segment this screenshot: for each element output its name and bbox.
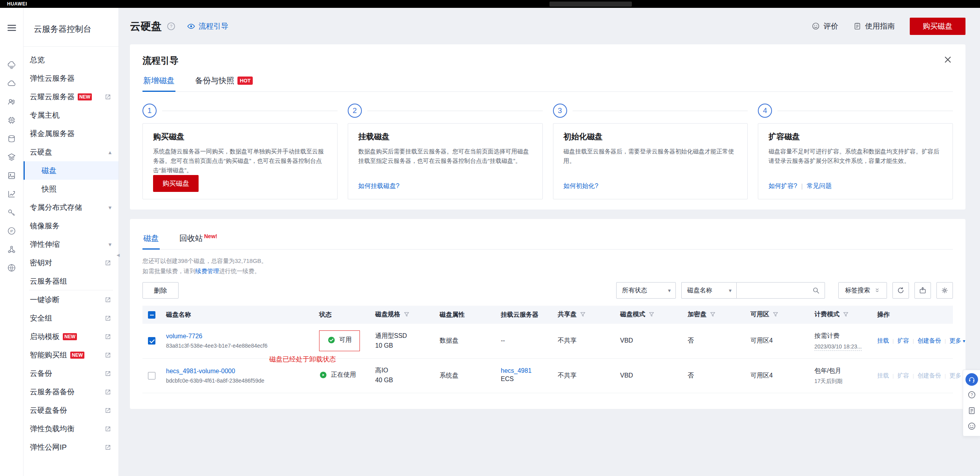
sidebar-item-keypair[interactable]: 密钥对 — [24, 254, 119, 272]
step-help-link[interactable]: 如何初始化? — [564, 182, 599, 190]
filter-icon-wrap[interactable] — [648, 311, 655, 319]
sidebar-item-security-group[interactable]: 安全组 — [24, 309, 119, 327]
guide-tab-backup-snapshot[interactable]: 备份与快照HOT — [194, 69, 254, 91]
sidebar-item-smart-purchase[interactable]: 智能购买组NEW — [24, 346, 119, 364]
float-assistant-button[interactable] — [965, 373, 978, 386]
select-all-checkbox[interactable] — [148, 311, 155, 319]
search-icon[interactable] — [812, 286, 820, 294]
refresh-button[interactable] — [892, 282, 909, 299]
external-link-icon-wrap — [104, 259, 111, 266]
billing-detail: 17天后到期 — [814, 378, 868, 385]
sidebar-item-bms[interactable]: 裸金属服务器 — [24, 124, 119, 143]
close-icon[interactable] — [943, 55, 953, 65]
sidebar-item-eip[interactable]: 弹性公网IP — [24, 438, 119, 456]
search-type-select[interactable]: 磁盘名称▾ — [681, 282, 736, 299]
step-help-link[interactable]: 如何扩容? — [768, 182, 797, 190]
filter-icon-wrap[interactable] — [580, 311, 586, 319]
search-input[interactable] — [741, 287, 812, 294]
filter-icon-wrap[interactable] — [843, 311, 849, 319]
rail-item-hecs[interactable] — [0, 74, 24, 93]
rail-item-dss[interactable] — [0, 148, 24, 166]
export-button[interactable] — [914, 282, 931, 299]
row-checkbox[interactable] — [148, 337, 155, 345]
step-help-link[interactable]: 如何挂载磁盘? — [358, 182, 400, 190]
column-header-billing: 计费模式 — [810, 306, 872, 324]
disk-name-link[interactable]: hecs_4981-volume-0000 — [166, 368, 235, 375]
sidebar-item-cbr[interactable]: 云备份 — [24, 364, 119, 383]
filter-icon-wrap[interactable] — [403, 311, 410, 319]
rail-item-ecs[interactable] — [0, 56, 24, 74]
sidebar-item-evs-snapshot[interactable]: 快照 — [24, 180, 119, 198]
sidebar-item-dss[interactable]: 专属分布式存储▾ — [24, 198, 119, 217]
question-icon: ? — [166, 22, 176, 31]
sidebar-item-hecs[interactable]: 云耀云服务器NEW — [24, 88, 119, 106]
server-type: ECS — [501, 374, 548, 384]
sidebar-item-ecs[interactable]: 弹性云服务器 — [24, 69, 119, 88]
sidebar-item-csbs[interactable]: 云服务器备份 — [24, 383, 119, 401]
disk-shared: 不共享 — [558, 336, 611, 346]
disk-name-link[interactable]: volume-7726 — [166, 333, 203, 340]
float-help-button[interactable]: ? — [965, 388, 978, 401]
op-expand[interactable]: 扩容 — [897, 337, 909, 345]
check-circle-icon — [327, 336, 336, 344]
rail-item-bare-metal[interactable] — [0, 111, 24, 129]
op-attach[interactable]: 挂载 — [877, 337, 889, 345]
user-guide-link[interactable]: 使用指南 — [853, 21, 895, 31]
status-filter-select[interactable]: 所有状态▾ — [616, 282, 676, 299]
filter-icon-wrap[interactable] — [772, 311, 779, 319]
buy-disk-button[interactable]: 购买磁盘 — [910, 18, 965, 35]
step-help-link[interactable]: 常见问题 — [807, 182, 832, 190]
help-icon[interactable]: ? — [166, 22, 176, 31]
delete-button[interactable]: 删除 — [142, 282, 179, 299]
global-search-input[interactable] — [549, 2, 632, 7]
disks-tab-recycle-bin[interactable]: 回收站New! — [179, 227, 218, 249]
sidebar-item-ims[interactable]: 镜像服务 — [24, 217, 119, 235]
sidebar-item-dedicated-host[interactable]: 专属主机 — [24, 106, 119, 124]
process-guide-link[interactable]: 流程引导 — [187, 21, 228, 31]
search-box — [736, 282, 825, 299]
disks-tab-disks[interactable]: 磁盘 — [142, 227, 160, 249]
tag-search-button[interactable]: 标签搜索 — [838, 282, 887, 299]
sidebar-item-overview[interactable]: 总览 — [24, 51, 119, 69]
step-title: 挂载磁盘 — [358, 131, 390, 142]
feedback-link[interactable]: 评价 — [812, 21, 838, 31]
sidebar-item-elb[interactable]: 弹性负载均衡 — [24, 419, 119, 438]
rail-item-evs[interactable] — [0, 129, 24, 148]
rail-item-dedicated-host[interactable] — [0, 93, 24, 111]
float-feedback-button[interactable] — [965, 419, 978, 433]
filter-icon-wrap[interactable] — [710, 311, 716, 319]
sidebar-item-launch-template[interactable]: 启动模板NEW — [24, 327, 119, 346]
renewal-management-link[interactable]: 续费管理 — [195, 268, 219, 274]
guide-tab-new-disk[interactable]: 新增磁盘 — [142, 69, 175, 91]
step-links: 如何挂载磁盘? — [358, 182, 400, 190]
op-create-backup[interactable]: 创建备份 — [918, 337, 941, 345]
rail-item-server-group[interactable] — [0, 240, 24, 259]
sidebar-item-diagnosis[interactable]: 一键诊断 — [24, 290, 119, 309]
step-buy-disk-button[interactable]: 购买磁盘 — [153, 175, 199, 192]
step-card: 购买磁盘系统盘随云服务器一同购买，数据盘可单独购买并手动挂载至云服务器。您可在当… — [142, 123, 338, 199]
rail-item-eip[interactable]: IP — [0, 222, 24, 240]
sidebar-item-server-group[interactable]: 云服务器组 — [24, 272, 119, 290]
hot-badge: HOT — [237, 77, 253, 85]
attached-server-link[interactable]: hecs_4981 — [501, 367, 531, 374]
disk-shared: 不共享 — [558, 371, 611, 381]
sidebar-collapse-icon[interactable]: ◂ — [117, 251, 120, 259]
rail-item-network[interactable] — [0, 259, 24, 277]
sidebar-item-evs-disk[interactable]: 磁盘 — [24, 161, 119, 180]
step-links: 如何初始化? — [564, 182, 599, 190]
sidebar-item-vbs[interactable]: 云硬盘备份 — [24, 401, 119, 419]
sidebar-item-evs[interactable]: 云硬盘▴ — [24, 143, 119, 161]
rail-item-as[interactable] — [0, 185, 24, 203]
rail-item-ims[interactable] — [0, 166, 24, 185]
sidebar-item-as[interactable]: 弹性伸缩▾ — [24, 235, 119, 254]
rail-item-keypair[interactable] — [0, 203, 24, 222]
console-title: 云服务器控制台 — [24, 8, 119, 47]
settings-button[interactable] — [936, 282, 953, 299]
menu-icon[interactable] — [7, 23, 17, 33]
step-card: 挂载磁盘数据盘购买后需要挂载至云服务器。您可在当前页面选择可用磁盘挂载至指定云服… — [348, 123, 543, 199]
float-survey-button[interactable] — [965, 404, 978, 417]
smiley-icon — [812, 22, 820, 30]
op-more[interactable]: 更多▾ — [949, 337, 965, 345]
row-checkbox[interactable] — [148, 372, 155, 379]
external-link-icon-wrap — [104, 296, 111, 303]
